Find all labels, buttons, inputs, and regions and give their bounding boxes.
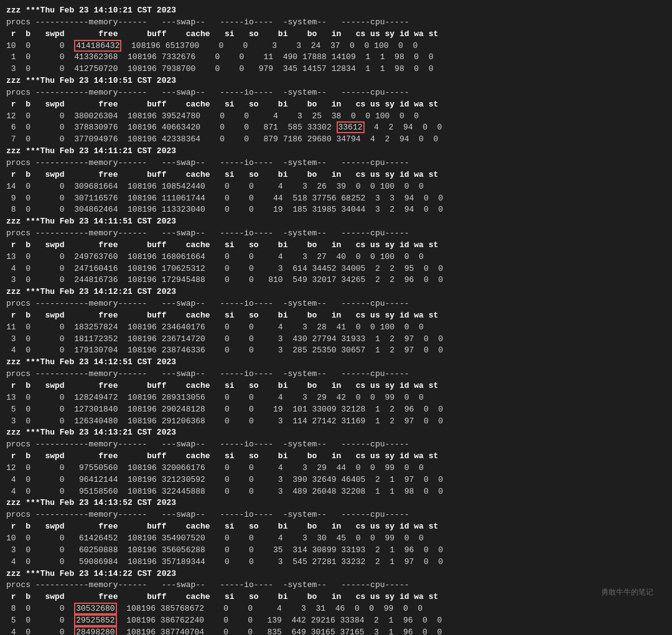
terminal-line: r b swpd free buff cache si so bi bo in …: [6, 380, 666, 392]
terminal-line: r b swpd free buff cache si so bi bo in …: [6, 310, 666, 322]
terminal-line: r b swpd free buff cache si so bi bo in …: [6, 99, 666, 111]
terminal-line: 5 0 0 127301840 108196 290248128 0 0 19 …: [6, 404, 666, 416]
terminal-line: r b swpd free buff cache si so bi bo in …: [6, 169, 666, 181]
terminal-line: 4 0 0 247160416 108196 170625312 0 0 3 6…: [6, 263, 666, 275]
terminal-line: 3 0 0 60250888 108196 356056288 0 0 35 3…: [6, 545, 666, 557]
terminal-line: procs -----------memory------ ---swap-- …: [6, 87, 666, 99]
terminal-line: 13 0 0 249763760 108196 168061664 0 0 4 …: [6, 252, 666, 263]
terminal-line: 3 0 0 412750720 108196 7938700 0 0 979 3…: [6, 64, 666, 75]
terminal-line: r b swpd free buff cache si so bi bo in …: [6, 521, 666, 533]
terminal-line: zzz ***Thu Feb 23 14:11:21 CST 2023: [6, 146, 666, 158]
highlighted-value: 28498280: [74, 626, 116, 635]
terminal-line: 5 0 0 29525852 108196 386762240 0 0 139 …: [6, 615, 666, 627]
terminal-line: 4 0 0 96412144 108196 321230592 0 0 3 39…: [6, 474, 666, 486]
terminal-line: 12 0 0 380026304 108196 39524780 0 0 4 3…: [6, 111, 666, 123]
terminal-line: zzz ***Thu Feb 23 14:13:52 CST 2023: [6, 497, 666, 509]
terminal-line: procs -----------memory------ ---swap-- …: [6, 439, 666, 451]
terminal-line: zzz ***Thu Feb 23 14:12:21 CST 2023: [6, 286, 666, 298]
terminal-line: procs -----------memory------ ---swap-- …: [6, 509, 666, 521]
terminal-line: procs -----------memory------ ---swap-- …: [6, 369, 666, 380]
terminal-line: zzz ***Thu Feb 23 14:14:22 CST 2023: [6, 568, 666, 580]
terminal: zzz ***Thu Feb 23 14:10:21 CST 2023procs…: [6, 5, 666, 635]
terminal-line: 9 0 0 307116576 108196 111061744 0 0 44 …: [6, 193, 666, 205]
terminal-line: zzz ***Thu Feb 23 14:13:21 CST 2023: [6, 427, 666, 439]
terminal-line: procs -----------memory------ ---swap-- …: [6, 17, 666, 29]
highlighted-value: 29525852: [74, 614, 116, 626]
terminal-line: 4 0 0 179130704 108196 238746336 0 0 3 2…: [6, 345, 666, 357]
terminal-line: zzz ***Thu Feb 23 14:11:51 CST 2023: [6, 216, 666, 228]
highlighted-value: 30532680: [74, 603, 116, 614]
terminal-line: 4 0 0 59086984 108196 357189344 0 0 3 54…: [6, 557, 666, 568]
highlighted-value: 33612: [337, 121, 365, 133]
terminal-line: 12 0 0 97550560 108196 320066176 0 0 4 3…: [6, 463, 666, 474]
terminal-line: 3 0 0 244816736 108196 172945488 0 0 810…: [6, 275, 666, 286]
terminal-line: 10 0 0 414186432 108196 6513700 0 0 3 3 …: [6, 40, 666, 52]
terminal-line: 4 0 0 95158560 108196 322445888 0 0 3 48…: [6, 486, 666, 498]
terminal-line: procs -----------memory------ ---swap-- …: [6, 580, 666, 591]
terminal-line: r b swpd free buff cache si so bi bo in …: [6, 29, 666, 40]
terminal-line: r b swpd free buff cache si so bi bo in …: [6, 240, 666, 252]
terminal-line: 10 0 0 61426452 108196 354907520 0 0 4 3…: [6, 533, 666, 545]
terminal-line: 11 0 0 183257824 108196 234640176 0 0 4 …: [6, 322, 666, 334]
terminal-line: zzz ***Thu Feb 23 14:10:21 CST 2023: [6, 5, 666, 17]
terminal-line: 8 0 0 304862464 108196 113323040 0 0 19 …: [6, 204, 666, 216]
terminal-line: 8 0 0 30532680 108196 385768672 0 0 4 3 …: [6, 603, 666, 615]
terminal-line: r b swpd free buff cache si so bi bo in …: [6, 591, 666, 603]
highlighted-value: 414186432: [74, 40, 121, 52]
terminal-line: zzz ***Thu Feb 23 14:12:51 CST 2023: [6, 357, 666, 369]
terminal-line: 4 0 0 28498280 108196 387740704 0 0 835 …: [6, 627, 666, 635]
terminal-line: zzz ***Thu Feb 23 14:10:51 CST 2023: [6, 75, 666, 87]
terminal-line: procs -----------memory------ ---swap-- …: [6, 228, 666, 240]
terminal-line: 6 0 0 378830976 108196 40663420 0 0 871 …: [6, 122, 666, 134]
terminal-line: 1 0 0 413362368 108196 7332676 0 0 11 49…: [6, 52, 666, 64]
terminal-line: 7 0 0 377094976 108196 42338364 0 0 879 …: [6, 134, 666, 146]
terminal-line: 13 0 0 128249472 108196 289313056 0 0 4 …: [6, 392, 666, 404]
terminal-line: procs -----------memory------ ---swap-- …: [6, 298, 666, 310]
terminal-line: 3 0 0 181172352 108196 236714720 0 0 3 4…: [6, 334, 666, 346]
terminal-line: 14 0 0 309681664 108196 108542440 0 0 4 …: [6, 181, 666, 193]
terminal-line: 3 0 0 126340480 108196 291206368 0 0 3 1…: [6, 416, 666, 428]
terminal-line: r b swpd free buff cache si so bi bo in …: [6, 451, 666, 463]
terminal-line: procs -----------memory------ ---swap-- …: [6, 158, 666, 169]
